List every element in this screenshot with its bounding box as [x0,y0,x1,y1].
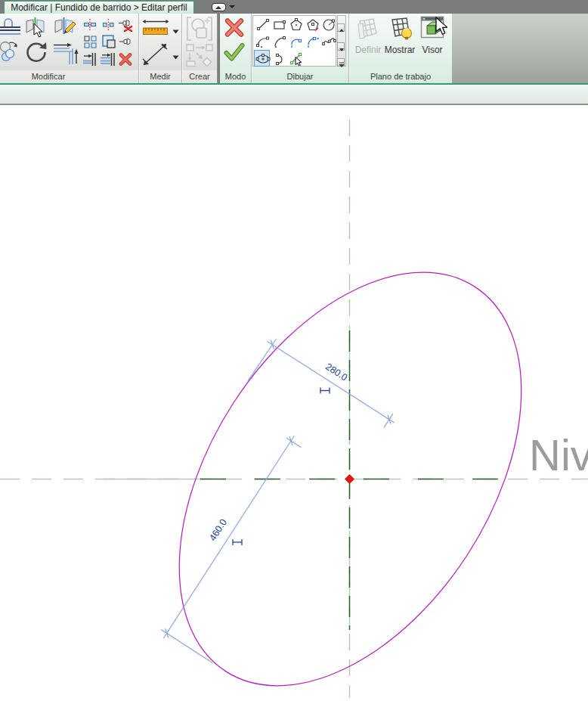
cancel-sketch-icon[interactable] [224,18,244,37]
draw-line-icon[interactable] [255,17,271,32]
cope-icon[interactable] [0,18,21,38]
revit-window: Modificar | Fundido de barrido > Editar … [0,0,588,701]
trim-multiple-icon[interactable] [101,53,116,66]
dimension-style-grip[interactable] [320,388,330,394]
level-name-label[interactable]: Niv [529,430,588,479]
ribbon-tab-bar: Modificar | Fundido de barrido > Editar … [0,0,588,14]
copy-icon[interactable] [0,41,20,64]
workplane-button-definir[interactable]: Definir [353,45,383,55]
draw-circle-icon[interactable] [322,17,337,32]
draw-spline-icon[interactable] [322,34,337,48]
tab-modificar-editar-perfil[interactable]: Modificar | Fundido de barrido > Editar … [4,1,194,14]
sketch-ellipse[interactable] [109,211,588,701]
medir-dropdown-2-icon[interactable] [172,49,179,54]
split-element-icon[interactable] [53,17,79,38]
drawing-canvas[interactable]: 280.0 460.0 Niv [0,105,588,701]
dimension-value-1[interactable]: 460.0 [207,517,229,543]
create-group-icon [185,15,214,42]
draw-arc-fillet-icon[interactable] [305,34,320,48]
draw-rectangle-icon[interactable] [272,17,287,32]
trim-corner-icon[interactable] [53,42,80,65]
unpin-icon[interactable] [119,18,134,32]
origin-point[interactable] [345,474,354,484]
mostrar-icon[interactable] [387,16,414,42]
create-similar-icon [186,44,213,67]
dimension-style-grip[interactable] [233,539,242,545]
chevron-up-icon [215,6,221,9]
scale-icon[interactable] [102,35,116,48]
draw-partial-ellipse-icon[interactable] [272,51,287,66]
pin-icon[interactable] [119,36,134,47]
ribbon: Modificar Medir Crear Modo Dibujar Plano… [0,14,588,83]
draw-ellipse-icon[interactable] [255,51,271,66]
workplane-button-mostrar[interactable]: Mostrar [384,45,416,55]
medir-dropdown-1-icon[interactable] [172,23,179,28]
mouse-cursor-icon [435,17,447,38]
delete-icon[interactable] [119,53,132,66]
temporary-dimension-460.0[interactable] [161,436,301,662]
ribbon-options-dropdown-icon[interactable] [229,5,235,8]
options-bar [0,85,588,105]
draw-arc-ser-icon[interactable] [255,34,271,48]
workplane-button-visor[interactable]: Visor [416,45,448,55]
rotate-icon[interactable] [23,41,49,65]
trim-single-icon[interactable] [83,53,97,66]
draw-polygon-circumscribed-icon[interactable] [305,17,320,32]
measure-icon[interactable] [142,18,169,38]
aligned-dimension-icon[interactable] [142,42,168,67]
draw-arc-center-icon[interactable] [272,34,287,48]
finish-sketch-icon[interactable] [224,42,245,62]
temporary-dimension-280.0[interactable] [248,339,395,427]
definir-icon [355,17,381,41]
draw-arc-tangent-icon[interactable] [289,34,304,48]
ribbon-minimize-button[interactable] [212,3,226,11]
array-icon[interactable] [84,36,97,48]
cut-geometry-icon[interactable] [24,17,47,38]
offset-icon[interactable] [103,19,114,30]
draw-pick-lines-icon[interactable] [289,51,304,66]
draw-polygon-inscribed-icon[interactable] [289,17,304,32]
align-icon[interactable] [84,19,96,30]
